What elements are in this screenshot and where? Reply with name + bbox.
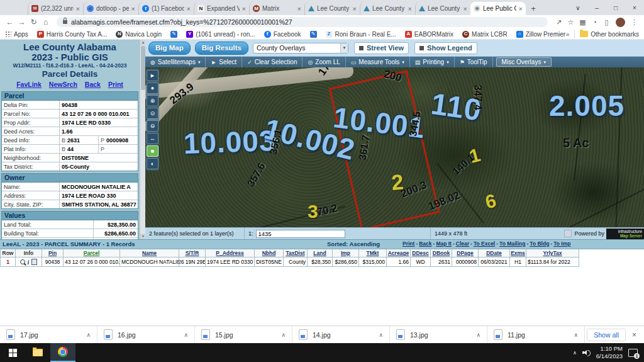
close-button[interactable]: ×: [625, 0, 644, 15]
chevron-up-icon[interactable]: ∧: [476, 332, 480, 338]
chevron-up-icon[interactable]: ∧: [574, 332, 578, 338]
volume-icon[interactable]: [582, 349, 591, 356]
identify-tool-icon[interactable]: ◐: [147, 158, 158, 169]
zoom-extent-tool-icon[interactable]: ↔: [147, 133, 158, 144]
browser-tab[interactable]: ✉(22,322 unrea...×: [28, 2, 83, 15]
minimize-button[interactable]: –: [587, 0, 606, 15]
tab-close-icon[interactable]: ×: [408, 5, 412, 13]
side-panel-icon[interactable]: ▯: [601, 18, 613, 26]
browser-tab[interactable]: Lee County Al...×: [415, 2, 470, 15]
url-omnibox[interactable]: alabamagis.com/lee/frameset.cfm?obj_keys…: [57, 17, 548, 27]
browser-tab[interactable]: NExpanded Vie...×: [194, 2, 249, 15]
notification-icon[interactable]: 1: [628, 349, 638, 357]
column-header-p-address[interactable]: P_Address: [206, 249, 255, 257]
column-header-dpage[interactable]: DPage: [452, 249, 479, 257]
column-header-dbook[interactable]: DBook: [431, 249, 452, 257]
parcel-card-icon[interactable]: [31, 259, 37, 265]
home-icon[interactable]: ⌂: [40, 18, 52, 26]
download-chip-11-jpg[interactable]: 11.jpg∧: [487, 326, 585, 343]
tab-close-icon[interactable]: ×: [76, 5, 80, 13]
column-header-taxdist[interactable]: TaxDist: [284, 249, 308, 257]
summary-link-to-excel[interactable]: To Excel: [474, 240, 495, 248]
tab-close-icon[interactable]: ×: [464, 5, 467, 13]
browser-tab[interactable]: f(1) Facebook×: [138, 2, 194, 15]
column-header-ddate[interactable]: DDate: [479, 249, 510, 257]
bookmark-item-facebook[interactable]: fFacebook: [264, 31, 301, 38]
panel-scrollbar[interactable]: ▲ ▼: [140, 40, 145, 239]
big-results-button[interactable]: Big Results: [195, 42, 248, 55]
download-chip-15-jpg[interactable]: 15.jpg∧: [195, 326, 292, 343]
browser-tab[interactable]: ⊕Lee Public GIS×: [470, 2, 526, 15]
dropdown-arrow-icon[interactable]: ▼: [340, 43, 348, 53]
tray-chevron-icon[interactable]: ∧: [573, 350, 577, 356]
bookmark-item-roni-braun-real-e[interactable]: ZRoni Braun - Real E...: [326, 31, 396, 38]
tab-search-button[interactable]: ∨: [569, 0, 587, 15]
chevron-up-icon[interactable]: ∧: [86, 332, 91, 338]
bookmark-item-1061-unread-ron[interactable]: Y(1061 unread) - ron...: [186, 31, 255, 38]
download-chip-14-jpg[interactable]: 14.jpg∧: [292, 326, 390, 343]
zoom-to-parcel-icon[interactable]: [20, 259, 25, 264]
tab-close-icon[interactable]: ×: [131, 5, 135, 13]
summary-link-to-imp[interactable]: To Imp: [553, 240, 570, 248]
download-chip-16-jpg[interactable]: 16.jpg∧: [97, 326, 195, 343]
column-header-acreage[interactable]: Acreage: [387, 249, 411, 257]
column-header-name[interactable]: Name: [120, 249, 179, 257]
scroll-thumb[interactable]: [141, 46, 145, 90]
tab-close-icon[interactable]: ×: [519, 5, 523, 13]
parcel-info-icon[interactable]: i: [28, 259, 30, 266]
summary-link-to-bldg[interactable]: To Bldg: [530, 240, 549, 248]
bookmark-item-harris-county-tax-a[interactable]: PHarris County Tax A...: [37, 31, 108, 38]
zoom-out-tool-icon[interactable]: ⊖: [147, 120, 158, 132]
panel-link-print[interactable]: Print: [108, 81, 123, 88]
browser-tab[interactable]: Lee County Al...×: [304, 2, 360, 15]
menu-dots-icon[interactable]: ⋮: [628, 18, 640, 26]
bookmark-item[interactable]: ✎: [170, 31, 177, 38]
tab-close-icon[interactable]: ×: [242, 5, 246, 13]
bookmark-item-eabormatrix[interactable]: AEABORMatrix: [405, 31, 453, 38]
extensions-icon[interactable]: ▦: [577, 18, 589, 26]
summary-link-to-mailing[interactable]: To Mailing: [499, 240, 525, 248]
show-legend-checkbox[interactable]: [419, 46, 424, 50]
tab-close-icon[interactable]: ×: [187, 5, 191, 13]
toolbar-item-satellitemaps[interactable]: ◍Satellitemaps▾: [145, 57, 206, 67]
column-header-pin[interactable]: Pin: [42, 249, 64, 257]
show-legend-toggle[interactable]: Show Legend: [414, 42, 477, 54]
panel-link-back[interactable]: Back: [85, 81, 101, 88]
column-header-yrlytax[interactable]: YrlyTax: [526, 249, 579, 257]
toolbar-item-tooltip[interactable]: ⚑ToolTip: [455, 57, 493, 67]
summary-link-print[interactable]: Print: [402, 240, 414, 248]
bookmarks-overflow-icon[interactable]: »: [566, 31, 570, 38]
zoom-window-tool-icon[interactable]: ⊙: [147, 108, 158, 119]
street-view-toggle[interactable]: Street View: [354, 42, 409, 54]
big-map-button[interactable]: Big Map: [148, 42, 191, 55]
column-header-tmkt[interactable]: TMkt: [359, 249, 387, 257]
file-explorer-button[interactable]: [25, 343, 50, 362]
column-header-imp[interactable]: Imp: [333, 249, 359, 257]
column-header-land[interactable]: Land: [308, 249, 333, 257]
pointer-tool-icon[interactable]: ►: [147, 70, 158, 81]
toolbar-item-zoom-ll[interactable]: ◎Zoom LL: [303, 57, 345, 67]
panel-link-newsrch[interactable]: NewSrch: [49, 81, 77, 88]
browser-tab[interactable]: Lee County Al...×: [360, 2, 415, 15]
other-bookmarks-button[interactable]: Other bookmarks: [591, 31, 639, 38]
summary-link-map-it[interactable]: Map It: [436, 240, 452, 248]
county-overlays-dropdown[interactable]: County Overlays ▼: [253, 43, 348, 54]
bookmark-item[interactable]: ✎: [310, 31, 317, 38]
bookmark-item-matrix-lcbr[interactable]: CMatrix LCBR: [462, 31, 508, 38]
toolbar-item-misc-overlays[interactable]: Misc Overlays▾: [496, 57, 552, 67]
panel-link-favlink[interactable]: FavLink: [16, 81, 42, 88]
chrome-button[interactable]: [50, 343, 75, 362]
summary-link-clear[interactable]: Clear: [456, 240, 469, 248]
tab-close-icon[interactable]: ×: [297, 5, 301, 13]
zoom-selected-tool-icon[interactable]: ■: [147, 145, 158, 157]
street-view-checkbox[interactable]: [359, 46, 364, 50]
scale-input[interactable]: [256, 230, 345, 238]
new-tab-button[interactable]: +: [526, 2, 541, 15]
bookmark-item-zillow-premier-age[interactable]: ⌂Zillow Premier Age...: [516, 31, 566, 38]
column-header-parcel[interactable]: Parcel: [64, 249, 120, 257]
bookmark-star-icon[interactable]: ☆: [565, 18, 577, 26]
toolbar-item-clear-selection[interactable]: ✓Clear Selection: [242, 57, 303, 67]
bookmark-item-navica-login[interactable]: NNavica Login: [116, 31, 162, 38]
chevron-up-icon[interactable]: ∧: [379, 332, 383, 338]
chevron-up-icon[interactable]: ∧: [281, 332, 286, 338]
